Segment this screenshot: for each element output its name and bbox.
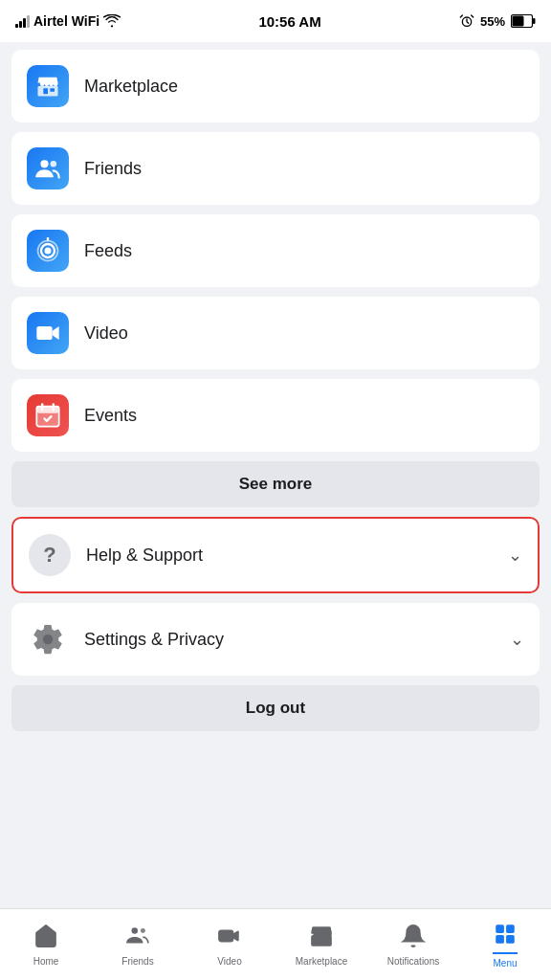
help-chevron-icon: ⌄ bbox=[508, 545, 522, 566]
status-bar: Airtel WiFi 10:56 AM 55% bbox=[0, 0, 551, 42]
svg-rect-23 bbox=[318, 938, 321, 942]
nav-home[interactable]: Home bbox=[0, 909, 92, 980]
main-content: Marketplace Friends Feeds bbox=[0, 42, 551, 908]
help-icon: ? bbox=[29, 534, 71, 576]
nav-video[interactable]: Video bbox=[184, 909, 276, 980]
nav-friends-icon bbox=[125, 924, 150, 952]
nav-marketplace-icon bbox=[309, 924, 334, 952]
alarm-icon bbox=[459, 13, 474, 29]
svg-rect-27 bbox=[506, 935, 515, 944]
nav-menu[interactable]: Menu bbox=[459, 909, 551, 980]
help-support-item[interactable]: ? Help & Support ⌄ bbox=[11, 517, 540, 593]
svg-point-7 bbox=[40, 160, 48, 167]
nav-notifications-icon bbox=[401, 924, 426, 952]
marketplace-label: Marketplace bbox=[84, 77, 178, 97]
nav-notifications-label: Notifications bbox=[387, 956, 439, 967]
svg-rect-13 bbox=[36, 326, 52, 340]
svg-point-8 bbox=[51, 161, 57, 167]
svg-rect-24 bbox=[496, 924, 504, 933]
battery-label: 55% bbox=[480, 14, 505, 29]
nav-menu-icon bbox=[493, 922, 518, 950]
nav-video-label: Video bbox=[217, 956, 241, 967]
settings-privacy-item[interactable]: Settings & Privacy ⌄ bbox=[11, 603, 540, 676]
nav-notifications[interactable]: Notifications bbox=[367, 909, 459, 980]
svg-point-20 bbox=[141, 928, 145, 933]
svg-rect-21 bbox=[219, 930, 232, 941]
menu-item-friends[interactable]: Friends bbox=[11, 132, 540, 205]
settings-chevron-icon: ⌄ bbox=[510, 629, 524, 650]
feeds-label: Feeds bbox=[84, 241, 132, 261]
svg-rect-25 bbox=[506, 924, 515, 933]
menu-item-video[interactable]: Video bbox=[11, 297, 540, 369]
friends-icon bbox=[27, 147, 69, 189]
events-label: Events bbox=[84, 406, 137, 426]
feeds-icon bbox=[27, 230, 69, 272]
battery-icon bbox=[511, 14, 536, 28]
video-label: Video bbox=[84, 323, 128, 344]
svg-rect-26 bbox=[496, 935, 504, 944]
menu-item-events[interactable]: Events bbox=[11, 379, 540, 452]
status-time: 10:56 AM bbox=[258, 13, 320, 30]
nav-friends[interactable]: Friends bbox=[92, 909, 184, 980]
settings-icon bbox=[27, 618, 69, 660]
video-icon bbox=[27, 312, 69, 354]
see-more-button[interactable]: See more bbox=[11, 461, 540, 507]
bottom-nav: Home Friends Video bbox=[0, 908, 551, 980]
nav-marketplace-label: Marketplace bbox=[296, 956, 347, 967]
svg-rect-2 bbox=[512, 16, 523, 27]
nav-friends-label: Friends bbox=[121, 956, 153, 967]
nav-home-label: Home bbox=[33, 956, 59, 967]
svg-rect-3 bbox=[533, 18, 536, 24]
settings-privacy-label: Settings & Privacy bbox=[84, 630, 495, 650]
svg-point-19 bbox=[132, 927, 139, 934]
svg-point-9 bbox=[45, 248, 52, 255]
logout-button[interactable]: Log out bbox=[11, 685, 540, 731]
svg-rect-5 bbox=[43, 88, 48, 94]
nav-menu-label: Menu bbox=[493, 958, 517, 969]
home-icon bbox=[33, 924, 58, 952]
events-icon bbox=[27, 394, 69, 436]
svg-rect-6 bbox=[50, 88, 55, 92]
help-support-label: Help & Support bbox=[86, 546, 493, 566]
wifi-icon bbox=[103, 14, 121, 28]
marketplace-icon bbox=[27, 65, 69, 107]
friends-label: Friends bbox=[84, 159, 142, 179]
signal-icon bbox=[15, 15, 30, 28]
status-left: Airtel WiFi bbox=[15, 13, 121, 29]
svg-rect-15 bbox=[36, 407, 58, 413]
nav-marketplace[interactable]: Marketplace bbox=[276, 909, 367, 980]
menu-item-marketplace[interactable]: Marketplace bbox=[11, 50, 540, 122]
nav-video-icon bbox=[217, 924, 242, 952]
status-right: 55% bbox=[459, 13, 536, 29]
carrier-label: Airtel WiFi bbox=[33, 13, 99, 29]
menu-item-feeds[interactable]: Feeds bbox=[11, 214, 540, 287]
